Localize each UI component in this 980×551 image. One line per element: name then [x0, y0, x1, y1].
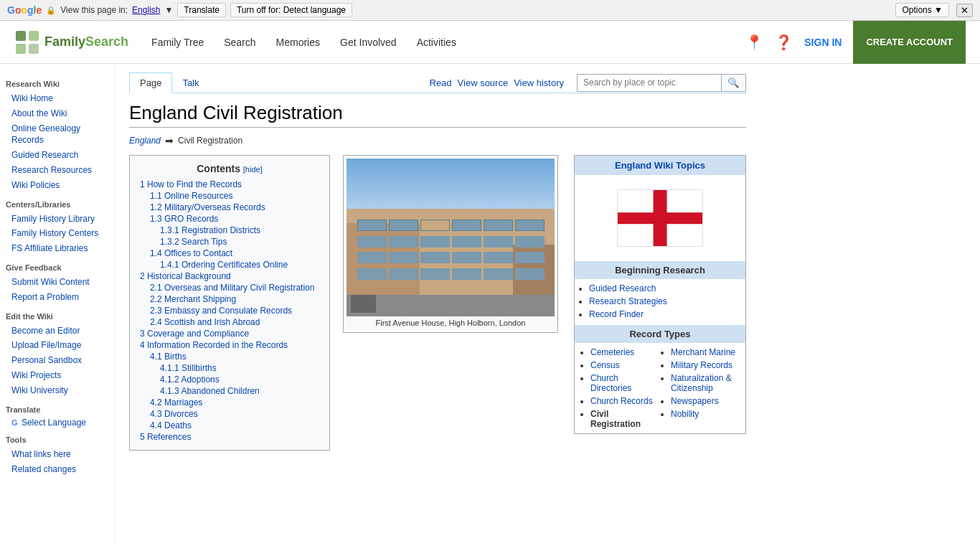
sidebar-online-genealogy[interactable]: Online Genealogy Records: [6, 121, 108, 149]
nav-get-involved[interactable]: Get Involved: [331, 31, 405, 54]
toc-link-2-3[interactable]: 2.3 Embassy and Consulate Records: [150, 306, 292, 316]
sidebar-upload-file[interactable]: Upload File/Image: [6, 338, 108, 353]
logo-link[interactable]: FamilySearch: [14, 29, 128, 55]
toc-link-4-4[interactable]: 4.4 Deaths: [150, 420, 192, 430]
record-col-1: Cemeteries Census Church Directories Chu…: [580, 346, 659, 430]
wiki-search-input[interactable]: [578, 75, 721, 90]
sidebar-select-language[interactable]: Select Language: [22, 418, 86, 428]
sidebar-guided-research[interactable]: Guided Research: [6, 148, 108, 163]
nav-activities[interactable]: Activities: [408, 31, 465, 54]
wiki-search-button[interactable]: 🔍: [721, 75, 745, 91]
sign-in-button[interactable]: SIGN IN: [804, 37, 842, 48]
tab-read[interactable]: Read: [430, 77, 452, 88]
church-directories-link[interactable]: Church Directories: [590, 373, 631, 393]
tab-view-history[interactable]: View history: [514, 77, 564, 88]
guided-research-link[interactable]: Guided Research: [589, 283, 656, 293]
nobility-link[interactable]: Nobility: [671, 409, 699, 419]
nav-search[interactable]: Search: [215, 31, 264, 54]
list-item: 4.2 Marriages: [150, 397, 319, 408]
merchant-marine-link[interactable]: Merchant Marine: [671, 347, 735, 357]
translate-button[interactable]: Translate: [177, 3, 226, 17]
create-account-button[interactable]: CREATE ACCOUNT: [853, 21, 966, 64]
census-link[interactable]: Census: [590, 360, 620, 370]
sidebar-wiki-university[interactable]: Wiki University: [6, 383, 108, 398]
list-item: 3 Coverage and Compliance: [140, 328, 319, 339]
list-item: Nobility: [671, 408, 740, 420]
cemeteries-link[interactable]: Cemeteries: [590, 347, 634, 357]
location-icon[interactable]: 📍: [745, 34, 763, 51]
toc-link-1-4[interactable]: 1.4 Offices to Contact: [150, 248, 232, 258]
toc-link-2-4[interactable]: 2.4 Scottish and Irish Abroad: [150, 317, 260, 327]
list-item: 2.1 Overseas and Military Civil Registra…: [150, 282, 319, 293]
record-types-header: Record Types: [575, 325, 745, 343]
toc-link-2-1[interactable]: 2.1 Overseas and Military Civil Registra…: [150, 283, 314, 293]
breadcrumb-england-link[interactable]: England: [129, 136, 161, 146]
toc-link-4-3[interactable]: 4.3 Divorces: [150, 409, 198, 419]
toc-link-4-1-1[interactable]: 4.1.1 Stillbirths: [160, 363, 217, 373]
list-item: 4.1.1 Stillbirths: [160, 362, 319, 374]
research-strategies-link[interactable]: Research Strategies: [589, 296, 667, 306]
toc-link-2[interactable]: 2 Historical Background: [140, 271, 231, 281]
flag-cross-vertical: [654, 190, 667, 246]
toc-link-1-1[interactable]: 1.1 Online Resources: [150, 191, 232, 201]
toc-hide-link[interactable]: [hide]: [243, 165, 263, 174]
sidebar-about-wiki[interactable]: About the Wiki: [6, 106, 108, 121]
left-sidebar: Research Wiki Wiki Home About the Wiki O…: [0, 64, 115, 547]
options-button[interactable]: Options ▼: [895, 3, 949, 17]
toc-link-3[interactable]: 3 Coverage and Compliance: [140, 329, 249, 339]
toc-link-1-3[interactable]: 1.3 GRO Records: [150, 214, 218, 224]
sidebar-section-tools: Tools: [6, 435, 108, 444]
svg-rect-0: [16, 31, 26, 41]
tab-view-source[interactable]: View source: [458, 77, 509, 88]
military-records-link[interactable]: Military Records: [671, 360, 732, 370]
toc-link-1-4-1[interactable]: 1.4.1 Ordering Certificates Online: [160, 260, 288, 270]
sidebar-submit-wiki[interactable]: Submit Wiki Content: [6, 275, 108, 290]
close-translate-button[interactable]: ✕: [956, 4, 973, 17]
sidebar-what-links[interactable]: What links here: [6, 447, 108, 462]
toc-link-1-3-1[interactable]: 1.3.1 Registration Districts: [160, 225, 260, 235]
toc-link-1-2[interactable]: 1.2 Military/Overseas Records: [150, 202, 265, 212]
sidebar-family-history-library[interactable]: Family History Library: [6, 212, 108, 227]
nav-family-tree[interactable]: Family Tree: [143, 31, 212, 54]
logo-text: FamilySearch: [44, 34, 128, 50]
toc-link-4-1-3[interactable]: 4.1.3 Abandoned Children: [160, 386, 260, 396]
tab-talk[interactable]: Talk: [172, 73, 209, 93]
sidebar-report-problem[interactable]: Report a Problem: [6, 290, 108, 305]
list-item: 2.4 Scottish and Irish Abroad: [150, 316, 319, 328]
list-item: Record Finder: [589, 308, 740, 321]
sidebar-fs-affiliate[interactable]: FS Affiliate Libraries: [6, 241, 108, 256]
toc-box: Contents [hide] 1 How to Find the Record…: [129, 155, 330, 451]
language-link[interactable]: English: [132, 5, 160, 15]
help-icon[interactable]: ❓: [775, 34, 793, 51]
list-item: Census: [590, 359, 659, 372]
list-item: 4.1.3 Abandoned Children: [160, 385, 319, 397]
toc-link-5[interactable]: 5 References: [140, 432, 191, 442]
sidebar-research-resources[interactable]: Research Resources: [6, 163, 108, 178]
toc-link-2-2[interactable]: 2.2 Merchant Shipping: [150, 294, 236, 304]
record-finder-link[interactable]: Record Finder: [589, 309, 644, 319]
sidebar-section-research-wiki: Research Wiki: [6, 80, 108, 88]
sidebar-related-changes[interactable]: Related changes: [6, 462, 108, 477]
turnoff-button[interactable]: Turn off for: Detect language: [230, 3, 352, 17]
church-records-link[interactable]: Church Records: [590, 396, 653, 406]
toc-link-1-3-2[interactable]: 1.3.2 Search Tips: [160, 237, 227, 247]
sidebar-wiki-home[interactable]: Wiki Home: [6, 91, 108, 106]
toc-link-1[interactable]: 1 How to Find the Records: [140, 179, 242, 189]
newspapers-link[interactable]: Newspapers: [671, 396, 719, 406]
toc-link-4[interactable]: 4 Information Recorded in the Records: [140, 340, 288, 350]
list-item: 1.2 Military/Overseas Records: [150, 202, 319, 213]
nav-memories[interactable]: Memories: [268, 31, 329, 54]
sidebar-family-history-centers[interactable]: Family History Centers: [6, 226, 108, 241]
toc-link-4-1[interactable]: 4.1 Births: [150, 352, 187, 362]
sidebar-personal-sandbox[interactable]: Personal Sandbox: [6, 353, 108, 368]
list-item: 1 How to Find the Records: [140, 179, 319, 190]
sidebar-become-editor[interactable]: Become an Editor: [6, 324, 108, 339]
toc-link-4-1-2[interactable]: 4.1.2 Adoptions: [160, 375, 220, 385]
tab-page[interactable]: Page: [129, 72, 172, 93]
list-item: Research Strategies: [589, 295, 740, 308]
sidebar-wiki-projects[interactable]: Wiki Projects: [6, 368, 108, 383]
svg-rect-1: [29, 31, 39, 41]
toc-link-4-2[interactable]: 4.2 Marriages: [150, 397, 202, 408]
naturalization-link[interactable]: Naturalization & Citizenship: [671, 373, 732, 393]
sidebar-wiki-policies[interactable]: Wiki Policies: [6, 178, 108, 193]
